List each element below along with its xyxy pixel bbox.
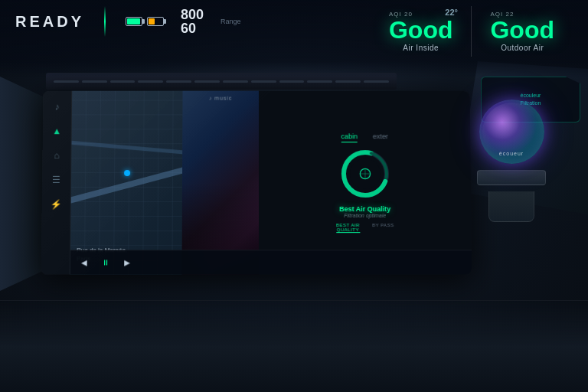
- aq-tab-exterior[interactable]: exter: [373, 132, 388, 142]
- battery-fill-1: [127, 18, 140, 24]
- aq-tabs: cabin exter: [266, 132, 462, 142]
- range-label: Range: [220, 18, 241, 25]
- right-knob-area: écoueur: [466, 100, 557, 222]
- vent-slot: [335, 80, 361, 83]
- aq-footer-tabs: BEST AIRQUALITY BY PASS: [336, 223, 394, 233]
- top-hud: READY 800 60 Range AQI 20 Good Air Ins: [0, 0, 588, 77]
- aq-panel-outside: AQI 22 Good Outdoor Air: [471, 6, 573, 57]
- aq-footer-bypass[interactable]: BY PASS: [372, 223, 394, 233]
- vent-slot: [54, 80, 79, 83]
- hud-numbers: 800 60: [181, 8, 204, 35]
- battery-section: [126, 17, 164, 26]
- sidebar-icon-apps[interactable]: ☰: [49, 173, 63, 187]
- vent-slot: [194, 80, 220, 83]
- vent-slot: [166, 80, 191, 83]
- aq-best-main: Best Air Quality: [339, 205, 390, 213]
- battery-fill-2: [149, 18, 155, 24]
- controls-bar: ◀ ⏸ ▶: [70, 250, 472, 274]
- knob-mount: [488, 191, 534, 222]
- vent-slot: [138, 80, 163, 83]
- hud-range: Range: [220, 18, 241, 25]
- vent-slot: [251, 80, 276, 83]
- map-location-pin: [124, 170, 130, 176]
- music-label: ♪ music: [182, 96, 259, 101]
- hud-divider: [104, 6, 106, 37]
- purifier-knob[interactable]: écoueur: [479, 100, 544, 164]
- sidebar-icon-navigation[interactable]: ▲: [50, 124, 64, 138]
- aq-location-inside: Air Inside: [403, 44, 439, 52]
- aq-tab-cabin[interactable]: cabin: [341, 132, 358, 142]
- battery-icon-2: [147, 17, 164, 26]
- ready-status: READY: [15, 13, 84, 31]
- prev-button[interactable]: ◀: [78, 256, 90, 269]
- music-section[interactable]: ♪ music: [181, 91, 259, 275]
- main-screen[interactable]: ♪ ▲ ⌂ ☰ ⚡ Rue de la Marnée, Paris ♪ musi…: [41, 91, 472, 275]
- aq-status-outside: Good: [490, 18, 554, 42]
- air-quality-panels: AQI 20 Good Air Inside AQI 22 Good Outdo…: [371, 6, 573, 57]
- next-button[interactable]: ▶: [121, 256, 133, 269]
- aq-location-outside: Outdoor Air: [501, 44, 544, 52]
- aq-widget[interactable]: cabin exter Bes: [259, 91, 472, 275]
- battery-icons: [126, 17, 164, 26]
- aq-best-text: Best Air Quality Filtration optimale: [339, 205, 390, 218]
- aq-ring-container: [338, 147, 391, 201]
- steering-column: [0, 77, 46, 291]
- knob-label: écoueur: [499, 151, 524, 156]
- vent-slot: [82, 80, 107, 83]
- battery-value-1: 800: [181, 8, 204, 21]
- vent-slot: [364, 80, 389, 83]
- sidebar-icon-home[interactable]: ⌂: [50, 149, 64, 162]
- sidebar-icon-car[interactable]: ⚡: [49, 198, 63, 211]
- vent-slot: [110, 80, 136, 83]
- aq-ring-label: [338, 147, 391, 201]
- battery-icon-1: [126, 17, 142, 26]
- dashboard-surface: [0, 300, 588, 392]
- aq-footer-best-air[interactable]: BEST AIRQUALITY: [336, 223, 360, 233]
- battery-value-2: 60: [181, 21, 196, 35]
- knob-base: [477, 170, 546, 185]
- vent-slot: [307, 80, 332, 83]
- screen-sidebar: ♪ ▲ ⌂ ☰ ⚡: [41, 91, 73, 275]
- album-overlay: [181, 91, 259, 275]
- vent-slot: [223, 80, 248, 83]
- sidebar-icon-music[interactable]: ♪: [51, 100, 64, 114]
- map-section[interactable]: Rue de la Marnée, Paris: [70, 91, 183, 275]
- aq-status-inside: Good: [389, 18, 453, 42]
- vent-slot: [279, 80, 305, 83]
- aq-best-sub: Filtration optimale: [339, 213, 390, 218]
- hud-left: READY 800 60 Range: [15, 6, 371, 37]
- temperature-display: 22°: [445, 8, 458, 17]
- air-filter-icon: [357, 166, 372, 181]
- play-pause-button[interactable]: ⏸: [100, 256, 112, 269]
